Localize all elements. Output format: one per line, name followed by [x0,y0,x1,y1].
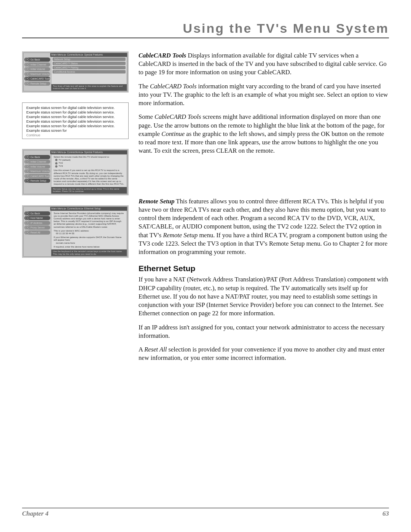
radio-tv-default[interactable]: TV (default) [55,159,124,161]
dhcp-label: If your Ethernet gateway device supports… [54,236,124,241]
status-line-partial: Example status screen for [26,129,124,133]
status-line: Example status screen for digital cable … [26,110,124,115]
cablecard-menu-screenshot: Main Menu▶Connections▶Special Features 0… [22,51,129,93]
side-menu: 0Go Back 1Initial Channel 2Initial Volum… [24,57,51,91]
panel-body-text: Some Internet Service Providers (phone/c… [54,212,124,228]
menu-item-host-name[interactable]: 1Host Name [24,216,50,220]
status-line: Example status screen for digital cable … [26,115,124,120]
option-network-setup[interactable]: Network Setup [53,58,126,61]
status-line: Example status screen for digital cable … [26,124,124,129]
page-number: 63 [382,510,389,518]
menu-item-remote-setup[interactable]: 5Remote Setup [24,179,50,183]
panel-body-text: Use this screen if you want to set up th… [54,169,124,185]
paragraph: The CableCARD Tools information might va… [139,82,389,108]
title-rule [22,37,389,38]
page-title: Using the TV's Menu System [22,21,389,36]
side-menu: 0Go Back 1Host Name 2IP Address 3Proxy S… [24,211,51,256]
continue-link[interactable]: Continue [26,133,124,138]
breadcrumb: Main Menu▶Connections▶Special Features [50,53,127,57]
menu-item-initial-channel[interactable]: 1Initial Channel [24,160,50,164]
ethernet-setup-heading: Ethernet Setup [139,263,389,274]
ethernet-setup-menu-screenshot: Main Menu▶Connections▶Ethernet Setup 0Go… [22,205,129,258]
paragraph: A Reset All selection is provided for yo… [139,345,389,362]
menu-content-panel: Select the remote mode that this TV shou… [51,154,127,194]
menu-item-go-back[interactable]: 0Go Back [24,155,50,159]
status-line: Example status screen for digital cable … [26,120,124,124]
menu-item-cablecard-tools[interactable]: 4CableCARD Tools [24,174,50,178]
paragraph-remote-setup: Remote Setup This features allows you to… [139,197,389,257]
mac-label: This is your device's MAC address: [54,230,124,232]
mac-address: 00 11 22 33 44 55 [54,232,124,235]
paragraph: If you have a NAT (Network Address Trans… [139,275,389,318]
host-label: If required, enter the device host name … [54,246,124,248]
help-text: Remote Setup can be used to control up t… [51,187,127,193]
radio-tv3[interactable]: TV3 [55,165,124,168]
menu-item-proxy-server[interactable]: 3Proxy Server [24,225,50,230]
paragraph: If an IP address isn't assigned for you,… [139,323,389,340]
status-line: Example status screen for digital cable … [26,106,124,110]
page-header: Using the TV's Menu System [22,21,389,38]
menu-item-go-back[interactable]: 0Go Back [24,211,50,216]
menu-item-remote-setup[interactable]: 5Remote Setup [24,81,50,86]
chapter-label: Chapter 4 [22,510,48,518]
paragraph-cablecard-tools: CableCARD Tools Displays information ava… [139,51,389,77]
left-column: Main Menu▶Connections▶Special Features 0… [22,51,129,367]
domain-name: domain.name.here [54,242,124,244]
menu-content-panel: Some Internet Service Providers (phone/c… [51,211,127,256]
panel-instruction: Select the remote mode that this TV shou… [54,156,124,158]
body-text-column: CableCARD Tools Displays information ava… [139,51,389,367]
menu-content-panel: Network Setup CableCARD™ Status CableCAR… [51,57,127,91]
menu-item-initial-volume[interactable]: 2Initial Volume [24,165,50,169]
side-menu: 0Go Back 1Initial Channel 2Initial Volum… [24,154,51,194]
radio-tv2[interactable]: TV2 [55,162,124,165]
menu-item-go-back[interactable]: 0Go Back [24,58,50,62]
lead-label: Remote Setup [139,198,175,205]
remote-setup-menu-screenshot: Main Menu▶Connections▶Special Features 0… [22,149,129,195]
menu-item-max-volume[interactable]: 3Maximum Volume [24,169,50,173]
breadcrumb: Main Menu▶Connections▶Special Features [50,150,127,154]
menu-item-ip-address[interactable]: 2IP Address [24,221,50,225]
menu-item-max-volume[interactable]: 3Maximum Volume [24,72,50,76]
paragraph: Some CableCARD Tools screens might have … [139,113,389,155]
menu-item-initial-channel[interactable]: 1Initial Channel [24,62,50,67]
menu-item-cablecard-tools[interactable]: 4CableCARD Tools [24,77,50,81]
breadcrumb: Main Menu▶Connections▶Ethernet Setup [50,207,127,211]
help-text: Two lines of help text will apear in thi… [51,84,127,91]
page-footer: Chapter 4 63 [22,508,389,518]
option-conditional-access[interactable]: Conditional Access [53,70,126,73]
option-cablecard-pairing[interactable]: CableCARD™ Pairing [53,66,126,69]
menu-item-initial-volume[interactable]: 2Initial Volume [24,67,50,71]
help-text: Use the keyboard or the remote's arrow k… [51,249,127,256]
lead-label: CableCARD Tools [139,52,186,59]
status-screen-example: Example status screen for digital cable … [22,102,129,139]
menu-item-reset-all[interactable]: 4Reset All [24,230,50,235]
option-cablecard-status[interactable]: CableCARD™ Status [53,62,126,65]
